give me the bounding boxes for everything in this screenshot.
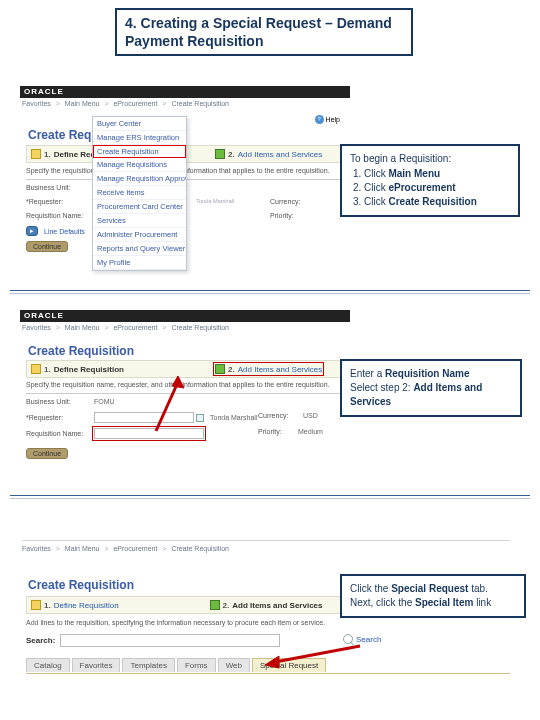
expand-icon[interactable]: ▸ <box>26 226 38 236</box>
step1-num: 1. <box>44 601 51 610</box>
wizard-step2[interactable]: 2.Add Items and Services <box>215 149 322 159</box>
crumb-eprocurement[interactable]: eProcurement <box>113 545 157 552</box>
tab-forms[interactable]: Forms <box>177 658 216 672</box>
crumb-favorites[interactable]: Favorites <box>22 100 51 107</box>
step2-label: Add Items and Services <box>232 601 322 610</box>
crumb-create-req[interactable]: Create Requisition <box>171 545 229 552</box>
crumb-mainmenu[interactable]: Main Menu <box>65 100 100 107</box>
tab-underline <box>26 673 510 674</box>
line-defaults-link[interactable]: Line Defaults <box>44 228 85 235</box>
step1-label: Define Requisition <box>54 365 124 374</box>
callout3-line1: Click the Special Request tab. <box>350 582 516 596</box>
lookup-icon[interactable] <box>196 414 204 422</box>
currency-value: USD <box>303 412 318 419</box>
oracle-bar-1: ORACLE <box>20 86 350 98</box>
crumb-sep: > <box>56 100 60 107</box>
callout-special-request: Click the Special Request tab. Next, cli… <box>340 574 526 618</box>
callout2-line1: Enter a Requisition Name <box>350 367 512 381</box>
title-box: 4. Creating a Special Request – Demand P… <box>115 8 413 56</box>
crumb-mainmenu[interactable]: Main Menu <box>65 545 100 552</box>
pri-row-2: Priority: Medium <box>258 428 378 435</box>
crumb-create-req[interactable]: Create Requisition <box>171 100 229 107</box>
crumb-sep: > <box>104 100 108 107</box>
wizard-step2[interactable]: 2.Add Items and Services <box>215 364 322 374</box>
cart-icon <box>215 149 225 159</box>
search-row: Search: <box>26 634 280 647</box>
menu-item-manage-approvals[interactable]: Manage Requisition Approvals <box>93 172 186 186</box>
step2-label: Add Items and Services <box>238 150 322 159</box>
nav-dropdown-menu[interactable]: Buyer Center Manage ERS Integration Crea… <box>92 116 187 271</box>
menu-item-receive-items[interactable]: Receive Items <box>93 186 186 200</box>
pencil-icon <box>31 149 41 159</box>
req-name-1: Tonda Marshall <box>196 198 234 204</box>
menu-item-proc-card-center[interactable]: Procurement Card Center <box>93 200 186 214</box>
addlines-text: Add lines to the requisition, specifying… <box>26 619 325 626</box>
crumb-eprocurement[interactable]: eProcurement <box>113 100 157 107</box>
currency-label: Currency: <box>258 412 303 419</box>
bu-label: Business Unit: <box>26 398 94 405</box>
crumb-create-req[interactable]: Create Requisition <box>171 324 229 331</box>
svg-marker-1 <box>172 376 184 388</box>
menu-item-my-profile[interactable]: My Profile <box>93 256 186 270</box>
divider-2 <box>10 495 530 496</box>
continue-button[interactable]: Continue <box>26 448 68 459</box>
thin-top-3 <box>22 540 510 541</box>
menu-item-create-requisition[interactable]: Create Requisition <box>93 145 186 158</box>
menu-item-admin-procurement[interactable]: Administer Procurement <box>93 228 186 242</box>
pencil-icon <box>31 364 41 374</box>
wizard-step1[interactable]: 1.Define Requisition <box>31 600 119 610</box>
requester-label: *Requester: <box>26 414 94 421</box>
line-defaults-row[interactable]: ▸ Line Defaults <box>26 226 85 236</box>
create-requisition-heading-2: Create Requisition <box>28 344 134 358</box>
callout1-item3: Click Create Requisition <box>364 195 510 209</box>
callout1-title: To begin a Requisition: <box>350 152 510 166</box>
step2-num: 2. <box>228 150 235 159</box>
search-label: Search: <box>26 636 55 645</box>
create-requisition-heading-3: Create Requisition <box>28 578 134 592</box>
continue-row-2: Continue <box>26 447 71 459</box>
menu-item-ers-integration[interactable]: Manage ERS Integration <box>93 131 186 145</box>
requester-name-text: Tonda Marshall <box>210 414 257 421</box>
search-input[interactable] <box>60 634 280 647</box>
continue-row-1: Continue <box>26 240 71 252</box>
crumb-sep: > <box>162 100 166 107</box>
bu-label: Business Unit: <box>26 184 94 191</box>
reqname-label: Requisition Name: <box>26 430 94 437</box>
tab-catalog[interactable]: Catalog <box>26 658 70 672</box>
menu-item-manage-requisitions[interactable]: Manage Requisitions <box>93 158 186 172</box>
step1-num: 1. <box>44 150 51 159</box>
menu-item-buyer-center[interactable]: Buyer Center <box>93 117 186 131</box>
tab-web[interactable]: Web <box>218 658 250 672</box>
continue-button[interactable]: Continue <box>26 241 68 252</box>
crumb-favorites[interactable]: Favorites <box>22 545 51 552</box>
step1-num: 1. <box>44 365 51 374</box>
crumb-sep: > <box>56 324 60 331</box>
priority-label: Priority: <box>258 428 298 435</box>
divider-1b <box>10 293 530 294</box>
menu-item-reports[interactable]: Reports and Query Viewer <box>93 242 186 256</box>
currency-label: Currency: <box>270 198 315 205</box>
step2-highlight <box>213 362 324 376</box>
wizard-step2[interactable]: 2.Add Items and Services <box>210 600 323 610</box>
priority-value: Medium <box>298 428 323 435</box>
crumb-sep: > <box>104 324 108 331</box>
crumb-mainmenu[interactable]: Main Menu <box>65 324 100 331</box>
breadcrumb-2: Favorites > Main Menu > eProcurement > C… <box>22 324 229 331</box>
tab-favorites[interactable]: Favorites <box>72 658 121 672</box>
help-text: Help <box>326 116 340 123</box>
crumb-sep: > <box>56 545 60 552</box>
callout2-line2: Select step 2: Add Items and Services <box>350 381 512 409</box>
pencil-icon <box>31 600 41 610</box>
callout1-item1: Click Main Menu <box>364 167 510 181</box>
menu-item-services[interactable]: Services <box>93 214 186 228</box>
crumb-favorites[interactable]: Favorites <box>22 324 51 331</box>
crumb-sep: > <box>104 545 108 552</box>
divider-2b <box>10 498 530 499</box>
svg-marker-3 <box>265 656 279 668</box>
help-link-1[interactable]: ? Help <box>315 115 340 124</box>
tab-templates[interactable]: Templates <box>122 658 174 672</box>
wizard-step1[interactable]: 1.Define Requisition <box>31 364 124 374</box>
crumb-eprocurement[interactable]: eProcurement <box>113 324 157 331</box>
divider-1 <box>10 290 530 291</box>
reqname-label: Requisition Name: <box>26 212 94 219</box>
